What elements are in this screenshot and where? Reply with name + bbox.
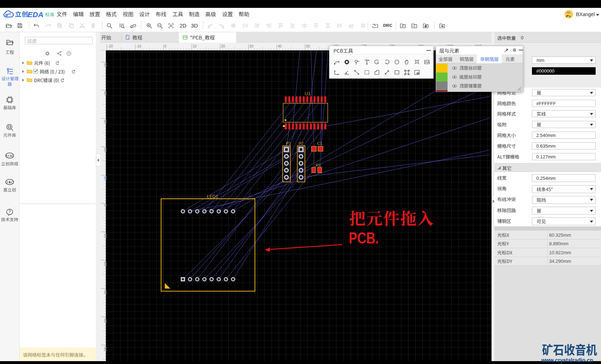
svg-text:40: 40: [278, 44, 282, 48]
svg-text:20: 20: [221, 44, 225, 48]
svg-text:LCSC: LCSC: [5, 154, 14, 158]
svg-text:-20: -20: [108, 44, 113, 48]
svg-text:LED1: LED1: [207, 194, 218, 199]
svg-text:P2: P2: [299, 141, 304, 146]
svg-text:50: 50: [306, 44, 311, 48]
svg-text:R1: R1: [316, 163, 321, 167]
svg-text:-50: -50: [103, 346, 107, 351]
svg-text:-40: -40: [103, 318, 107, 323]
svg-text:-10: -10: [103, 233, 107, 238]
svg-text:G: G: [413, 25, 415, 28]
svg-text:0: 0: [165, 44, 167, 48]
svg-text:?: ?: [9, 209, 11, 214]
svg-text:-10: -10: [136, 44, 141, 48]
svg-text:C1: C1: [317, 141, 322, 146]
svg-text:10: 10: [193, 44, 197, 48]
svg-text:U1: U1: [305, 91, 311, 96]
svg-text:P1: P1: [286, 141, 291, 146]
svg-text:J LC: J LC: [6, 181, 13, 184]
svg-text:-30: -30: [103, 289, 107, 295]
svg-text:-20: -20: [103, 261, 107, 266]
svg-text:30: 30: [249, 44, 254, 48]
svg-text:B: B: [402, 25, 404, 28]
